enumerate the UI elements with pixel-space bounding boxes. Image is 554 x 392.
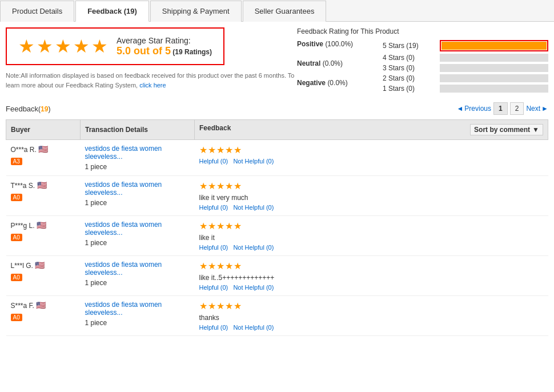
star-icon: ★ [208, 301, 216, 311]
feedback-comment: like it [199, 234, 544, 242]
star-bar-4-container [440, 54, 548, 62]
star-icon: ★ [225, 221, 233, 231]
star-bar-2-label: 2 Stars (0) [383, 74, 440, 82]
helpful-link[interactable]: Helpful (0) [199, 284, 228, 291]
star-icon: ★ [234, 221, 242, 231]
buyer-name: O***a R. 🇺🇸 [11, 145, 76, 154]
star-5: ★ [91, 35, 108, 57]
star-icon: ★ [208, 181, 216, 191]
helpful-row: Helpful (0) Not Helpful (0) [199, 244, 544, 251]
star-icon: ★ [225, 261, 233, 271]
star-bars-section: 5 Stars (19) 4 Stars (0) 3 Stars (0) [383, 40, 548, 95]
star-icon: ★ [225, 181, 233, 191]
feedback-title-block: Feedback(19) [6, 105, 50, 113]
transaction-quantity: 1 piece [85, 319, 190, 327]
tab-seller[interactable]: Seller Guarantees [243, 1, 327, 22]
star-icon: ★ [216, 261, 224, 271]
neutral-label: Neutral [297, 59, 320, 67]
rating-score-line: 5.0 out of 5 (19 Ratings) [117, 45, 212, 57]
star-icon: ★ [216, 145, 224, 155]
feedback-cell: ★★★★★ like it..5+++++++++++++ Helpful (0… [195, 256, 548, 296]
sentiment-negative: Negative (0.0%) [297, 79, 377, 87]
transaction-title[interactable]: vestidos de fiesta women sleeveless... [85, 145, 190, 161]
top-section: ★ ★ ★ ★ ★ Average Star Rating: 5.0 out o… [6, 27, 548, 97]
transaction-title[interactable]: vestidos de fiesta women sleeveless... [85, 301, 190, 317]
buyer-cell: O***a R. 🇺🇸 A3 [6, 140, 81, 176]
table-row: T***a S. 🇺🇸 A0 vestidos de fiesta women … [6, 176, 548, 216]
not-helpful-link[interactable]: Not Helpful (0) [233, 324, 274, 331]
sort-button[interactable]: Sort by comment ▼ [470, 124, 543, 135]
helpful-link[interactable]: Helpful (0) [199, 204, 228, 211]
buyer-badge: A0 [11, 314, 22, 321]
tab-shipping[interactable]: Shipping & Payment [150, 1, 242, 22]
star-icon: ★ [199, 145, 207, 155]
table-row: S***a F. 🇺🇸 A0 vestidos de fiesta women … [6, 296, 548, 336]
star-icon: ★ [199, 221, 207, 231]
rating-panel-body: Positive (100.0%) Neutral (0.0%) Negativ… [297, 40, 548, 95]
star-bar-2-container [440, 74, 548, 82]
next-button[interactable]: Next ► [526, 105, 548, 113]
star-2: ★ [37, 35, 53, 57]
transaction-quantity: 1 piece [85, 239, 190, 247]
pagination: ◄ Previous 1 2 Next ► [456, 102, 548, 115]
helpful-row: Helpful (0) Not Helpful (0) [199, 158, 544, 165]
star-bar-3-container [440, 64, 548, 72]
not-helpful-link[interactable]: Not Helpful (0) [233, 284, 274, 291]
star-icon: ★ [216, 301, 224, 311]
not-helpful-link[interactable]: Not Helpful (0) [233, 158, 274, 165]
sentiment-neutral: Neutral (0.0%) [297, 59, 377, 67]
helpful-link[interactable]: Helpful (0) [199, 244, 228, 251]
not-helpful-link[interactable]: Not Helpful (0) [233, 204, 274, 211]
feedback-stars: ★★★★★ [199, 301, 544, 311]
transaction-title[interactable]: vestidos de fiesta women sleeveless... [85, 181, 190, 197]
helpful-link[interactable]: Helpful (0) [199, 158, 228, 165]
star-icon: ★ [208, 221, 216, 231]
click-here-link[interactable]: click here [139, 82, 166, 89]
page-2-button[interactable]: 2 [510, 102, 524, 115]
flag-icon: 🇺🇸 [38, 145, 48, 154]
flag-icon: 🇺🇸 [37, 221, 46, 230]
main-content: ★ ★ ★ ★ ★ Average Star Rating: 5.0 out o… [0, 22, 554, 342]
prev-button[interactable]: ◄ Previous [456, 105, 491, 113]
transaction-cell: vestidos de fiesta women sleeveless... 1… [81, 216, 195, 256]
star-icon: ★ [216, 221, 224, 231]
transaction-title[interactable]: vestidos de fiesta women sleeveless... [85, 221, 190, 237]
next-arrow-icon: ► [541, 105, 548, 113]
star-icon: ★ [234, 145, 242, 155]
feedback-count: 19 [41, 105, 48, 113]
star-icon: ★ [216, 181, 224, 191]
negative-label: Negative [297, 79, 326, 87]
transaction-title[interactable]: vestidos de fiesta women sleeveless... [85, 261, 190, 277]
feedback-comment: like it very much [199, 194, 544, 202]
table-row: L***l G. 🇺🇸 A0 vestidos de fiesta women … [6, 256, 548, 296]
feedback-comment: thanks [199, 314, 544, 322]
star-bar-4: 4 Stars (0) [383, 54, 548, 62]
rating-score: 5.0 out of 5 [117, 45, 171, 57]
th-transaction: Transaction Details [81, 120, 195, 140]
average-label: Average Star Rating: [117, 36, 212, 45]
helpful-row: Helpful (0) Not Helpful (0) [199, 284, 544, 291]
star-icon: ★ [208, 261, 216, 271]
tab-product-details[interactable]: Product Details [0, 1, 74, 22]
flag-icon: 🇺🇸 [36, 301, 46, 310]
not-helpful-link[interactable]: Not Helpful (0) [233, 244, 274, 251]
star-3: ★ [55, 35, 71, 57]
sentiment-positive: Positive (100.0%) [297, 40, 377, 48]
star-bar-1-label: 1 Stars (0) [383, 85, 440, 93]
average-rating-box: ★ ★ ★ ★ ★ Average Star Rating: 5.0 out o… [6, 27, 224, 65]
neutral-value: (0.0%) [323, 59, 343, 67]
page-1-button[interactable]: 1 [493, 102, 508, 115]
buyer-name: T***a S. 🇺🇸 [11, 181, 76, 190]
buyer-badge: A0 [11, 194, 22, 201]
flag-icon: 🇺🇸 [35, 261, 45, 270]
tab-feedback[interactable]: Feedback (19) [75, 1, 149, 22]
star-bar-5-fill [441, 42, 547, 50]
feedback-comment: like it..5+++++++++++++ [199, 274, 544, 282]
rating-text-block: Average Star Rating: 5.0 out of 5 (19 Ra… [117, 36, 212, 57]
sort-dropdown-icon: ▼ [532, 126, 539, 134]
star-1: ★ [18, 35, 35, 57]
helpful-link[interactable]: Helpful (0) [199, 324, 228, 331]
feedback-cell: ★★★★★ like it Helpful (0) Not Helpful (0… [195, 216, 548, 256]
th-feedback-label: Feedback [199, 124, 231, 132]
buyer-badge: A3 [11, 158, 22, 165]
